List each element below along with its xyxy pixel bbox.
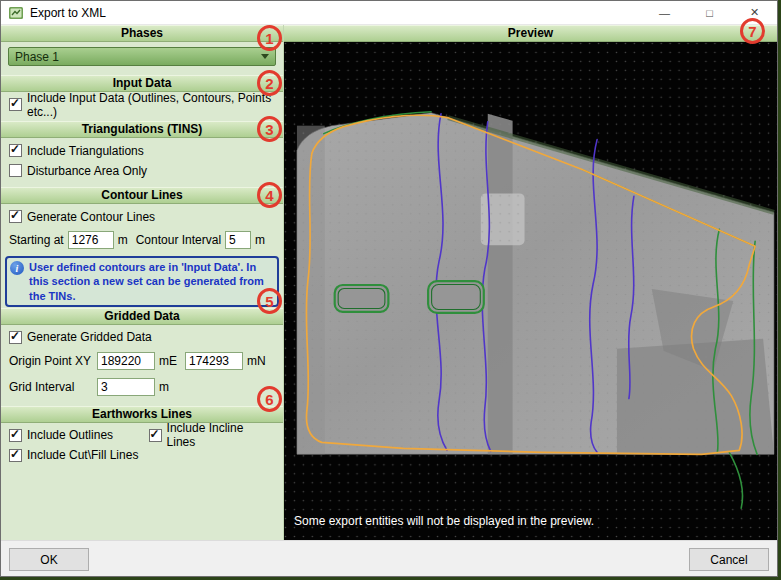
contours-info-note: i User defined contours are in 'Input Da… [5, 256, 279, 307]
annotation-circle-4: 4 [257, 182, 282, 208]
include-incline-checkbox[interactable] [149, 429, 162, 442]
origin-point-label: Origin Point XY [9, 354, 93, 368]
app-icon [8, 5, 24, 21]
starting-at-input[interactable] [68, 231, 114, 249]
annotation-circle-7: 7 [740, 18, 765, 44]
phase-dropdown[interactable]: Phase 1 [8, 47, 276, 66]
generate-gridded-label: Generate Gridded Data [27, 330, 152, 344]
include-input-data-checkbox[interactable] [9, 98, 22, 111]
contour-interval-label: Contour Interval [136, 233, 221, 247]
include-triangulations-row[interactable]: Include Triangulations [9, 143, 275, 158]
phase-dropdown-value: Phase 1 [15, 50, 59, 64]
include-input-data-row[interactable]: Include Input Data (Outlines, Contours, … [9, 97, 275, 112]
triangulations-section-header: Triangulations (TINS) [1, 121, 283, 138]
input-data-section-header: Input Data [1, 75, 283, 92]
phases-section-header: Phases [1, 25, 283, 42]
export-options-panel: Phases Phase 1 Input Data Include Input … [1, 25, 283, 540]
titlebar: Export to XML — □ ✕ [1, 1, 777, 25]
export-to-xml-dialog: Export to XML — □ ✕ Phases Phase 1 Input… [0, 0, 778, 577]
info-icon: i [10, 261, 24, 275]
generate-contours-label: Generate Contour Lines [27, 210, 155, 224]
gridded-data-section-header: Gridded Data [1, 308, 283, 325]
include-incline-row[interactable]: Include Incline Lines [149, 428, 275, 443]
annotation-circle-5: 5 [257, 288, 282, 314]
cancel-button[interactable]: Cancel [689, 548, 769, 571]
window-title: Export to XML [30, 6, 106, 20]
ok-button[interactable]: OK [9, 548, 89, 571]
minimize-icon[interactable]: — [642, 1, 687, 24]
starting-at-label: Starting at [9, 233, 64, 247]
origin-easting-input[interactable] [97, 352, 155, 370]
generate-gridded-checkbox[interactable] [9, 331, 22, 344]
include-cutfill-checkbox[interactable] [9, 449, 22, 462]
include-cutfill-label: Include Cut\Fill Lines [27, 448, 138, 462]
include-triangulations-label: Include Triangulations [27, 144, 144, 158]
generate-gridded-row[interactable]: Generate Gridded Data [9, 330, 275, 345]
annotation-circle-2: 2 [257, 70, 282, 96]
include-triangulations-checkbox[interactable] [9, 144, 22, 157]
preview-canvas: Some export entities will not be display… [284, 42, 777, 540]
grid-interval-unit: m [159, 380, 169, 394]
annotation-circle-1: 1 [257, 25, 282, 51]
disturbance-area-checkbox[interactable] [9, 164, 22, 177]
include-outlines-checkbox[interactable] [9, 429, 22, 442]
contour-lines-section-header: Contour Lines [1, 187, 283, 204]
desktop-background: { "window": { "title": "Export to XML", … [0, 0, 781, 580]
annotation-circle-3: 3 [257, 116, 282, 142]
preview-terrain-svg [284, 42, 777, 540]
maximize-icon[interactable]: □ [687, 1, 732, 24]
annotation-circle-6: 6 [257, 386, 282, 412]
generate-contours-row[interactable]: Generate Contour Lines [9, 209, 275, 224]
disturbance-area-row[interactable]: Disturbance Area Only [9, 163, 275, 178]
contours-info-text: User defined contours are in 'Input Data… [29, 260, 274, 303]
preview-header: Preview [284, 25, 777, 42]
grid-interval-label: Grid Interval [9, 380, 93, 394]
contour-interval-input[interactable] [225, 231, 251, 249]
preview-note: Some export entities will not be display… [294, 514, 594, 528]
origin-point-row: Origin Point XY mE mN [9, 351, 275, 371]
include-outlines-label: Include Outlines [27, 428, 113, 442]
include-outlines-row[interactable]: Include Outlines [9, 428, 149, 443]
grid-interval-row: Grid Interval m [9, 377, 275, 397]
origin-easting-unit: mE [159, 354, 177, 368]
origin-northing-input[interactable] [185, 352, 243, 370]
bottom-bar: OK Cancel [1, 540, 777, 576]
include-cutfill-row[interactable]: Include Cut\Fill Lines [9, 448, 275, 463]
include-incline-label: Include Incline Lines [167, 421, 275, 449]
earthworks-section-header: Earthworks Lines [1, 406, 283, 423]
disturbance-area-label: Disturbance Area Only [27, 164, 147, 178]
earthworks-row-1: Include Outlines Include Incline Lines [9, 428, 275, 443]
starting-at-unit: m [118, 233, 128, 247]
chevron-down-icon [261, 54, 269, 59]
origin-northing-unit: mN [247, 354, 266, 368]
contour-settings-row: Starting at m Contour Interval m [9, 230, 275, 250]
grid-interval-input[interactable] [97, 378, 155, 396]
contour-interval-unit: m [255, 233, 265, 247]
dialog-content: Phases Phase 1 Input Data Include Input … [1, 25, 777, 540]
generate-contours-checkbox[interactable] [9, 210, 22, 223]
preview-panel: Preview [283, 25, 777, 540]
include-input-data-label: Include Input Data (Outlines, Contours, … [27, 91, 275, 119]
